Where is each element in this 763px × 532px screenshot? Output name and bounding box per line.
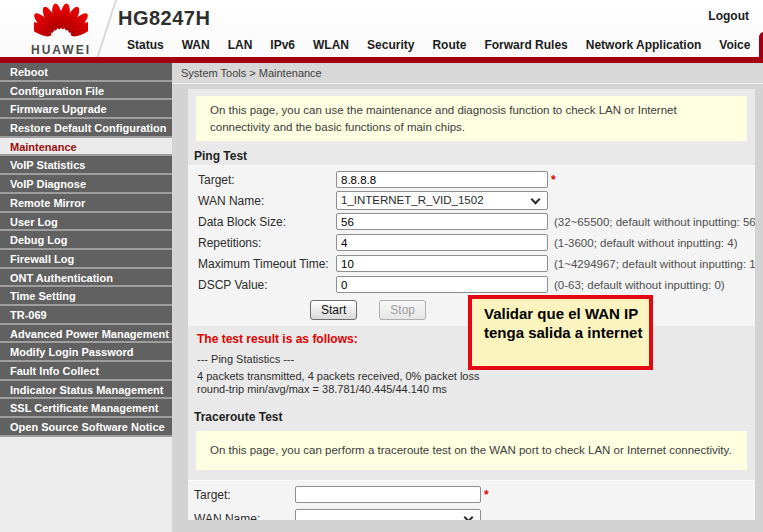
sidebar-item-firmware-upgrade[interactable]: Firmware Upgrade <box>0 100 172 119</box>
breadcrumb: System Tools > Maintenance <box>172 63 763 84</box>
ping-dscp-label: DSCP Value: <box>198 278 336 292</box>
logout-link[interactable]: Logout <box>708 9 749 23</box>
sidebar-item-voip-diagnose[interactable]: VoIP Diagnose <box>0 175 172 194</box>
ping-target-input[interactable] <box>336 171 548 188</box>
sidebar-item-ont-authentication[interactable]: ONT Authentication <box>0 269 172 288</box>
ping-max-timeout-input[interactable] <box>336 255 548 272</box>
ping-stop-button[interactable]: Stop <box>379 300 426 320</box>
sidebar-item-firewall-log[interactable]: Firewall Log <box>0 250 172 269</box>
header: HUAWEI HG8247H Logout Status WAN LAN IPv… <box>0 0 763 57</box>
traceroute-info-box: On this page, you can perform a tracerou… <box>196 431 747 470</box>
ping-info-box: On this page, you can use the maintenanc… <box>196 96 747 141</box>
tab-status[interactable]: Status <box>118 34 173 57</box>
sidebar-item-configuration-file[interactable]: Configuration File <box>0 82 172 101</box>
sidebar-item-user-log[interactable]: User Log <box>0 213 172 232</box>
required-asterisk: * <box>551 173 556 187</box>
tab-lan[interactable]: LAN <box>219 34 262 57</box>
sidebar-item-voip-statistics[interactable]: VoIP Statistics <box>0 156 172 175</box>
traceroute-wan-name-label: WAN Name: <box>194 512 295 520</box>
ping-target-row: Target: * <box>188 169 755 190</box>
sidebar-item-fault-info-collect[interactable]: Fault Info Collect <box>0 362 172 381</box>
sidebar: Reboot Configuration File Firmware Upgra… <box>0 63 172 532</box>
sidebar-item-tr-069[interactable]: TR-069 <box>0 306 172 325</box>
sidebar-item-time-setting[interactable]: Time Setting <box>0 287 172 306</box>
sidebar-item-debug-log[interactable]: Debug Log <box>0 231 172 250</box>
ping-repetitions-input[interactable] <box>336 234 548 251</box>
sidebar-item-maintenance[interactable]: Maintenance <box>0 138 172 157</box>
ping-result-line: round-trip min/avg/max = 38.781/40.445/4… <box>197 383 755 395</box>
sidebar-item-indicator-status-management[interactable]: Indicator Status Management <box>0 381 172 400</box>
huawei-logo: HUAWEI <box>16 3 106 57</box>
ping-repetitions-row: Repetitions: (1-3600; default without in… <box>188 232 755 253</box>
traceroute-test-form: Target: * WAN Name: Data Block Size: (38… <box>188 480 755 520</box>
ping-data-block-size-hint: (32~65500; default without inputting: 56… <box>554 216 755 228</box>
ping-data-block-size-input[interactable] <box>336 213 548 230</box>
tab-voice[interactable]: Voice <box>710 34 759 57</box>
required-asterisk: * <box>484 488 489 502</box>
huawei-wordmark: HUAWEI <box>16 43 106 57</box>
sidebar-item-restore-default-configuration[interactable]: Restore Default Configuration <box>0 119 172 138</box>
ping-dscp-input[interactable] <box>336 276 548 293</box>
ping-dscp-row: DSCP Value: (0-63; default without input… <box>188 274 755 295</box>
ping-wan-name-label: WAN Name: <box>198 194 336 208</box>
ping-dscp-hint: (0-63; default without inputting: 0) <box>554 279 725 291</box>
ping-data-block-size-row: Data Block Size: (32~65500; default with… <box>188 211 755 232</box>
traceroute-wan-name-select[interactable] <box>295 509 481 520</box>
ping-repetitions-label: Repetitions: <box>198 236 336 250</box>
sidebar-item-open-source-software-notice[interactable]: Open Source Software Notice <box>0 418 172 437</box>
ping-wan-name-value: 1_INTERNET_R_VID_1502 <box>341 194 484 206</box>
sidebar-item-remote-mirror[interactable]: Remote Mirror <box>0 194 172 213</box>
tab-system-tools[interactable]: System Tools <box>759 32 763 57</box>
tab-wan[interactable]: WAN <box>173 34 219 57</box>
ping-wan-name-row: WAN Name: 1_INTERNET_R_VID_1502 <box>188 190 755 211</box>
ping-data-block-size-label: Data Block Size: <box>198 215 336 229</box>
sidebar-menu: Reboot Configuration File Firmware Upgra… <box>0 63 172 437</box>
traceroute-target-label: Target: <box>194 488 295 502</box>
page-title: HG8247H <box>118 7 210 30</box>
ping-start-button[interactable]: Start <box>310 300 357 320</box>
tab-network-application[interactable]: Network Application <box>577 34 711 57</box>
huawei-flower-icon <box>34 3 88 41</box>
traceroute-target-input[interactable] <box>295 486 481 503</box>
ping-max-timeout-row: Maximum Timeout Time: (1~4294967; defaul… <box>188 253 755 274</box>
traceroute-wan-name-row: WAN Name: <box>188 508 755 520</box>
traceroute-test-title: Traceroute Test <box>194 410 755 424</box>
ping-target-label: Target: <box>198 173 336 187</box>
sidebar-item-reboot[interactable]: Reboot <box>0 63 172 82</box>
main-nav: Status WAN LAN IPv6 WLAN Security Route … <box>118 32 763 57</box>
tab-wlan[interactable]: WLAN <box>304 34 358 57</box>
ping-test-title: Ping Test <box>194 149 755 163</box>
tab-forward-rules[interactable]: Forward Rules <box>475 34 576 57</box>
tab-security[interactable]: Security <box>358 34 423 57</box>
tab-ipv6[interactable]: IPv6 <box>261 34 304 57</box>
sidebar-item-ssl-certificate-management[interactable]: SSL Certificate Management <box>0 399 172 418</box>
ping-wan-name-select[interactable]: 1_INTERNET_R_VID_1502 <box>336 191 548 210</box>
chevron-down-icon <box>464 513 474 520</box>
ping-result-line: 4 packets transmitted, 4 packets receive… <box>197 370 755 382</box>
sidebar-item-advanced-power-management[interactable]: Advanced Power Management <box>0 325 172 344</box>
chevron-down-icon <box>531 195 541 205</box>
ping-max-timeout-hint: (1~4294967; default without inputting: 1… <box>554 258 755 270</box>
annotation-callout: Validar que el WAN IP tenga salida a int… <box>468 295 653 370</box>
ping-repetitions-hint: (1-3600; default without inputting: 4) <box>554 237 737 249</box>
tab-route[interactable]: Route <box>423 34 475 57</box>
traceroute-target-row: Target: * <box>188 484 755 505</box>
ping-max-timeout-label: Maximum Timeout Time: <box>198 257 336 271</box>
sidebar-item-modify-login-password[interactable]: Modify Login Password <box>0 343 172 362</box>
